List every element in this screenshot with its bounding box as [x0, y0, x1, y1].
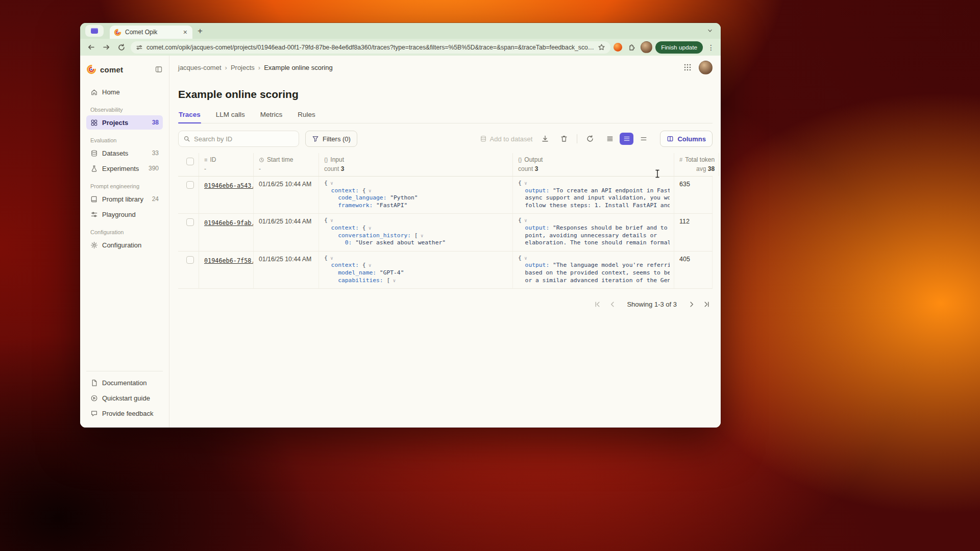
- apps-grid-icon[interactable]: [683, 63, 692, 71]
- section-label-evaluation: Evaluation: [90, 137, 163, 143]
- reload-button[interactable]: [115, 41, 128, 54]
- breadcrumb-workspace[interactable]: jacques-comet: [178, 64, 222, 71]
- tab-close-icon[interactable]: ×: [182, 29, 188, 36]
- row-height-medium-button[interactable]: [620, 133, 633, 145]
- site-settings-icon[interactable]: [136, 44, 143, 51]
- filters-button[interactable]: Filters (0): [305, 131, 357, 147]
- sidebar-item-label: Datasets: [102, 149, 128, 157]
- sidebar-item-feedback[interactable]: Provide feedback: [86, 406, 163, 420]
- sidebar-item-projects[interactable]: Projects 38: [86, 115, 163, 130]
- sidebar-collapse-icon[interactable]: [155, 65, 163, 73]
- sidebar-item-experiments[interactable]: Experiments 390: [86, 161, 163, 176]
- browser-profile-avatar[interactable]: [641, 41, 652, 53]
- row-checkbox[interactable]: [186, 181, 194, 189]
- trace-id-link[interactable]: 01946eb6-9fab...: [204, 219, 254, 227]
- filters-label: Filters (0): [323, 135, 351, 143]
- sidebar-item-home[interactable]: Home: [86, 85, 163, 99]
- page-title: Example online scoring: [178, 88, 713, 101]
- trace-input-cell[interactable]: { ∨ context: { ∨ code_language: "Python"…: [319, 177, 513, 213]
- sidebar-item-quickstart[interactable]: Quickstart guide: [86, 391, 163, 405]
- trace-start-time: 01/16/25 10:44 AM: [254, 214, 319, 251]
- row-checkbox[interactable]: [186, 256, 194, 264]
- row-height-large-button[interactable]: [636, 133, 650, 145]
- browser-tab[interactable]: Comet Opik ×: [110, 26, 192, 39]
- trace-output-cell[interactable]: { ∨ output: "To create an API endpoint i…: [513, 177, 674, 213]
- add-to-dataset-button[interactable]: Add to dataset: [480, 135, 533, 143]
- table-body: 01946eb6-a543...01/16/25 10:44 AM{ ∨ con…: [178, 177, 713, 289]
- add-to-dataset-label: Add to dataset: [490, 135, 533, 143]
- comet-favicon-icon: [114, 29, 121, 36]
- sidebar-item-playground[interactable]: Playground: [86, 207, 163, 221]
- funnel-icon: [312, 135, 319, 142]
- tab-metrics[interactable]: Metrics: [260, 109, 283, 123]
- breadcrumb-projects[interactable]: Projects: [231, 64, 255, 71]
- table-row[interactable]: 01946eb6-9fab...01/16/25 10:44 AM{ ∨ con…: [178, 214, 713, 251]
- delete-button[interactable]: [558, 133, 570, 145]
- trace-id-link[interactable]: 01946eb6-a543...: [204, 182, 254, 189]
- last-page-button[interactable]: [700, 298, 713, 310]
- trace-start-time: 01/16/25 10:44 AM: [254, 252, 319, 288]
- back-button[interactable]: [85, 41, 97, 54]
- user-avatar[interactable]: [699, 61, 713, 74]
- trace-output-cell[interactable]: { ∨ output: "Responses should be brief a…: [513, 214, 674, 251]
- columns-button[interactable]: Columns: [660, 131, 713, 147]
- trace-input-cell[interactable]: { ∨ context: { ∨ model_name: "GPT-4" cap…: [319, 252, 513, 288]
- sidebar-item-documentation[interactable]: Documentation: [86, 375, 163, 390]
- column-header-id[interactable]: ≡ID -: [199, 153, 254, 176]
- sidebar-item-count: 33: [152, 149, 159, 157]
- sidebar-item-configuration[interactable]: Configuration: [86, 238, 163, 252]
- browser-menu-icon[interactable]: ⋮: [706, 43, 716, 52]
- download-button[interactable]: [539, 133, 551, 145]
- main-content: jacques-comet › Projects › Example onlin…: [169, 56, 721, 428]
- previous-page-button[interactable]: [606, 298, 619, 310]
- app-topbar: jacques-comet › Projects › Example onlin…: [178, 56, 713, 79]
- table-row[interactable]: 01946eb6-a543...01/16/25 10:44 AM{ ∨ con…: [178, 177, 713, 214]
- column-header-start-time[interactable]: Start time -: [254, 153, 319, 176]
- trace-total-tokens: 405: [674, 252, 713, 288]
- select-all-checkbox[interactable]: [186, 158, 194, 165]
- trace-input-cell[interactable]: { ∨ context: { ∨ conversation_history: […: [319, 214, 513, 251]
- trace-id-link[interactable]: 01946eb6-7f58...: [204, 257, 254, 264]
- search-box[interactable]: [178, 131, 299, 147]
- finish-update-button[interactable]: Finish update: [655, 41, 703, 54]
- row-checkbox[interactable]: [186, 218, 194, 226]
- sidebar-item-datasets[interactable]: Datasets 33: [86, 146, 163, 160]
- braces-icon: {}: [324, 157, 328, 163]
- browser-tab-strip: Comet Opik × +: [80, 23, 721, 39]
- column-header-input[interactable]: {}Input count 3: [319, 153, 513, 176]
- pinned-tab[interactable]: [85, 25, 104, 37]
- tab-rules[interactable]: Rules: [297, 109, 316, 123]
- clock-icon: [259, 157, 264, 163]
- first-page-button[interactable]: [591, 298, 603, 310]
- section-label-configuration: Configuration: [90, 229, 163, 235]
- tab-llm-calls[interactable]: LLM calls: [215, 109, 246, 123]
- pagination-label: Showing 1-3 of 3: [627, 300, 677, 308]
- search-input[interactable]: [194, 135, 294, 143]
- speech-bubble-icon: [90, 410, 98, 417]
- sidebar-item-label: Quickstart guide: [102, 394, 150, 402]
- trace-output-cell[interactable]: { ∨ output: "The language model you're r…: [513, 252, 674, 288]
- column-header-output[interactable]: {}Output count 3: [513, 153, 674, 176]
- column-header-total-tokens[interactable]: #Total token avg 38: [674, 153, 719, 176]
- tab-list-chevron-icon[interactable]: [704, 25, 716, 36]
- refresh-button[interactable]: [584, 133, 596, 145]
- address-bar[interactable]: comet.com/opik/jacques-comet/projects/01…: [131, 41, 610, 54]
- next-page-button[interactable]: [685, 298, 697, 310]
- forward-button[interactable]: [100, 41, 112, 54]
- extension-icon[interactable]: [614, 43, 622, 52]
- sidebar-item-prompt-library[interactable]: Prompt library 24: [86, 192, 163, 206]
- row-height-small-button[interactable]: [603, 133, 617, 145]
- comet-logo-icon: [86, 64, 96, 74]
- table-row[interactable]: 01946eb6-7f58...01/16/25 10:44 AM{ ∨ con…: [178, 252, 713, 289]
- page-tabs: Traces LLM calls Metrics Rules: [178, 109, 713, 123]
- pinned-tab-icon: [91, 28, 98, 34]
- book-icon: [90, 195, 98, 203]
- tab-title: Comet Opik: [125, 29, 179, 36]
- new-tab-button[interactable]: +: [198, 26, 203, 36]
- extensions-puzzle-icon[interactable]: [625, 41, 638, 54]
- tab-traces[interactable]: Traces: [178, 109, 201, 123]
- play-circle-icon: [90, 394, 98, 402]
- sidebar-item-label: Home: [102, 88, 120, 96]
- bookmark-star-icon[interactable]: [598, 43, 605, 51]
- trace-total-tokens: 112: [674, 214, 713, 251]
